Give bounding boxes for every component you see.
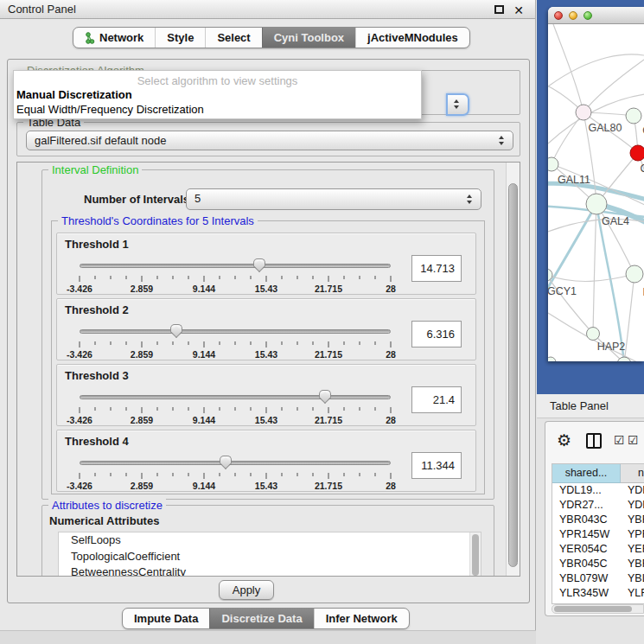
tick-mark <box>235 276 236 279</box>
tick-label: 2.859 <box>131 415 153 425</box>
slider[interactable]: -3.4262.8599.14415.4321.71528 <box>80 457 391 488</box>
tab-style[interactable]: Style <box>155 28 205 48</box>
network-graph[interactable]: GAL80GCGAL11GAL4GCY1HHAP2 <box>548 24 644 361</box>
numerical-attributes-list[interactable]: SelfLoopsTopologicalCoefficientBetweenne… <box>58 532 481 577</box>
algorithm-combobox-end[interactable] <box>446 93 469 116</box>
tab-discretize-data[interactable]: Discretize Data <box>209 609 313 628</box>
close-traffic-light-icon[interactable] <box>554 11 563 20</box>
table-row[interactable]: YDL19...YDL1 <box>552 483 644 498</box>
checkbox-icon[interactable]: ☑ <box>628 433 639 447</box>
tick-mark <box>251 473 252 476</box>
tick-mark <box>391 473 392 479</box>
split-columns-icon[interactable] <box>586 433 602 449</box>
close-icon[interactable]: ✕ <box>513 2 524 20</box>
checkbox-icon[interactable]: ☑ <box>614 433 625 447</box>
attribute-item[interactable]: TopologicalCoefficient <box>59 549 481 565</box>
attributes-list-scrollbar[interactable] <box>469 532 481 577</box>
tick-label: -3.426 <box>67 284 92 294</box>
attribute-item[interactable]: BetweennessCentrality <box>59 564 481 577</box>
slider-track[interactable] <box>80 329 391 334</box>
tick-mark <box>251 276 252 279</box>
table-row[interactable]: YBR043CYBR0 <box>552 513 644 527</box>
tick-mark <box>235 407 236 411</box>
algorithm-option-equal-width-frequency-discretization[interactable]: Equal Width/Frequency Discretization <box>14 102 421 117</box>
apply-button[interactable]: Apply <box>219 580 274 600</box>
top-tab-bar: NetworkStyleSelectCyni ToolboxjActiveMNo… <box>73 27 470 48</box>
number-of-intervals-value: 5 <box>187 189 481 208</box>
slider[interactable]: -3.4262.8599.14415.4321.71528 <box>80 260 391 291</box>
network-node-hap2[interactable] <box>587 328 600 341</box>
tick-label: 28 <box>386 349 396 360</box>
tick-mark <box>204 473 205 479</box>
table-panel-title: Table Panel <box>537 394 644 418</box>
table-cell: YBL0 <box>621 571 644 586</box>
network-node-h[interactable] <box>626 265 643 283</box>
slider-track[interactable] <box>80 395 391 399</box>
table-row[interactable]: YBL079WYBL0 <box>552 571 644 586</box>
bottom-tab-bar: Impute DataDiscretize DataInfer Network <box>122 608 410 629</box>
table-row[interactable]: YER054CYER0 <box>552 542 644 557</box>
column-header-shared[interactable]: shared... <box>552 464 621 483</box>
tick-mark <box>344 341 345 345</box>
network-node-gal11[interactable] <box>548 157 558 171</box>
tick-mark <box>297 276 298 279</box>
tick-mark <box>188 407 189 411</box>
tab-network[interactable]: Network <box>73 28 155 48</box>
tick-mark <box>266 407 267 413</box>
table-cell: YPR145W <box>552 527 621 542</box>
network-node-g[interactable] <box>626 108 641 124</box>
network-node-c[interactable] <box>630 145 644 161</box>
tab-select[interactable]: Select <box>205 28 261 48</box>
threshold-label: Threshold 1 <box>65 238 129 251</box>
slider-thumb-icon[interactable] <box>319 390 331 405</box>
table-row[interactable]: YLR345WYLR3 <box>552 586 644 601</box>
table-horizontal-scrollbar[interactable] <box>552 604 644 614</box>
column-header-na[interactable]: na <box>621 464 644 483</box>
slider-thumb-icon[interactable] <box>170 324 182 339</box>
table-row[interactable]: YBR045CYBR0 <box>552 557 644 571</box>
threshold-value-field[interactable]: 14.713 <box>411 255 462 282</box>
tab-infer-network[interactable]: Infer Network <box>314 609 409 628</box>
zoom-traffic-light-icon[interactable] <box>583 11 592 20</box>
minimize-traffic-light-icon[interactable] <box>569 11 577 20</box>
tick-label: 9.144 <box>193 284 215 294</box>
tick-mark <box>266 341 267 348</box>
table-data-combobox[interactable]: galFiltered.sif default node <box>26 131 513 150</box>
slider-thumb-icon[interactable] <box>220 456 232 470</box>
tab-cyni-toolbox[interactable]: Cyni Toolbox <box>262 28 355 48</box>
table-cell: YBL079W <box>552 571 621 586</box>
control-panel-title: Control Panel <box>8 3 76 16</box>
tab-impute-data[interactable]: Impute Data <box>123 609 209 628</box>
slider-track[interactable] <box>80 461 391 465</box>
slider[interactable]: -3.4262.8599.14415.4321.71528 <box>80 326 391 357</box>
tab-jactivemnodules[interactable]: jActiveMNodules <box>355 28 469 48</box>
network-node-gal80[interactable] <box>576 105 591 120</box>
tick-mark <box>188 473 189 476</box>
network-node-gal4[interactable] <box>586 194 607 214</box>
threshold-value-field[interactable]: 11.344 <box>411 452 462 479</box>
tick-label: 21.715 <box>315 481 342 491</box>
slider-ticks <box>80 276 391 283</box>
float-window-icon[interactable] <box>494 5 504 14</box>
tick-mark <box>220 407 220 411</box>
algorithm-option-manual-discretization[interactable]: Manual Discretization <box>14 87 421 102</box>
slider-track[interactable] <box>80 264 391 268</box>
network-window[interactable]: GAL80GCGAL11GAL4GCY1HHAP2 <box>548 7 644 361</box>
slider-thumb-icon[interactable] <box>253 258 265 273</box>
attribute-item[interactable]: SelfLoops <box>59 532 481 549</box>
settings-vertical-scrollbar[interactable] <box>506 163 520 576</box>
threshold-value-field[interactable]: 6.316 <box>411 321 462 348</box>
gear-icon[interactable]: ⚙ <box>557 430 571 450</box>
table-cell: YBR0 <box>621 513 644 527</box>
threshold-value-field[interactable]: 21.4 <box>411 386 462 413</box>
table-row[interactable]: YDR27...YDR2 <box>552 498 644 513</box>
number-of-intervals-combobox[interactable]: 5 <box>186 188 481 210</box>
slider[interactable]: -3.4262.8599.14415.4321.71528 <box>80 392 391 423</box>
scrollbar-thumb[interactable] <box>554 606 632 612</box>
table-row[interactable]: YPR145WYPR1 <box>552 527 644 542</box>
attributes-group-title: Attributes to discretize <box>48 499 166 512</box>
scrollbar-thumb[interactable] <box>508 183 518 567</box>
table-cell: YDL1 <box>621 483 644 498</box>
table-cell: YBR043C <box>552 513 621 527</box>
network-node[interactable] <box>548 357 556 361</box>
